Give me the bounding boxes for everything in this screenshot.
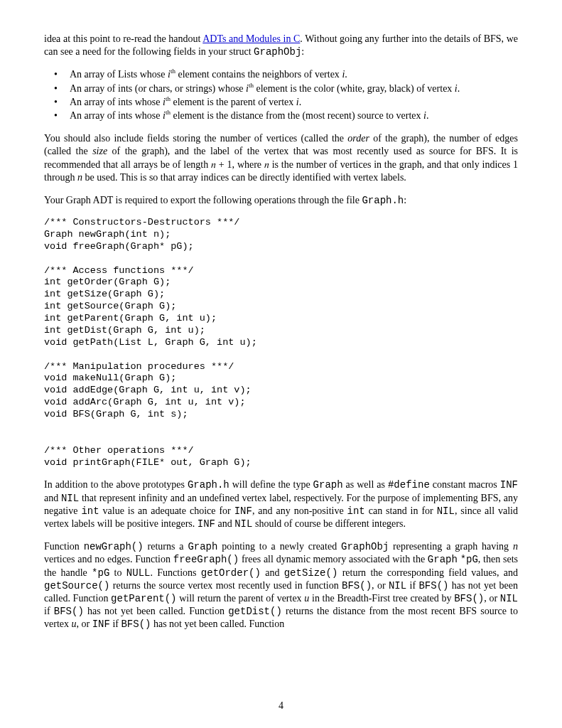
text: : <box>301 46 304 57</box>
order-size-paragraph: You should also include fields storing t… <box>44 132 518 184</box>
code-block: /*** Constructors-Destructors ***/ Graph… <box>44 217 518 469</box>
list-item: An array of ints (or chars, or strings) … <box>44 82 518 95</box>
list-item: An array of ints whose ith element is th… <box>44 109 518 122</box>
intro-paragraph: idea at this point to re-read the handou… <box>44 33 518 58</box>
page-number: 4 <box>0 700 562 712</box>
text: idea at this point to re-read the handou… <box>44 33 202 44</box>
functions-paragraph: Function newGraph() returns a Graph poin… <box>44 540 518 631</box>
graphobj-code: GraphObj <box>254 46 301 58</box>
page: idea at this point to re-read the handou… <box>0 0 562 728</box>
export-paragraph: Your Graph ADT is required to export the… <box>44 194 518 207</box>
list-item: An array of Lists whose ith element cont… <box>44 68 518 81</box>
field-list: An array of Lists whose ith element cont… <box>44 68 518 122</box>
adts-link[interactable]: ADTs and Modules in C <box>202 33 300 44</box>
macros-paragraph: In addition to the above prototypes Grap… <box>44 478 518 530</box>
list-item: An array of ints whose ith element is th… <box>44 96 518 109</box>
